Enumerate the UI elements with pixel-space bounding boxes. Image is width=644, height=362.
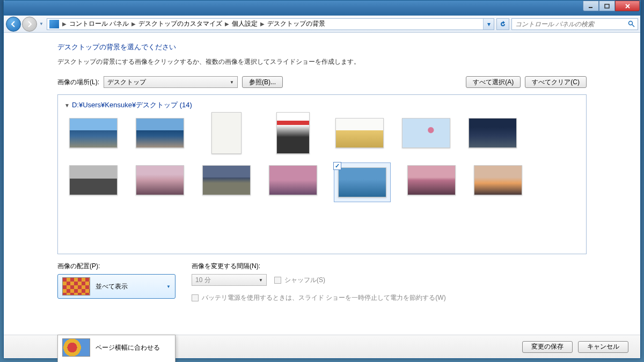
wallpaper-thumb[interactable] xyxy=(472,162,524,198)
position-dropdown-list: ページ横幅に合わせる ページ縦幅に合わせる xyxy=(57,335,175,362)
search-box xyxy=(511,18,638,30)
content-area: デスクトップの背景を選んでください デスクトップの背景にする画像をクリックするか… xyxy=(4,33,640,335)
shuffle-checkbox[interactable] xyxy=(274,277,281,284)
chevron-right-icon: ▶ xyxy=(259,21,266,27)
maximize-button[interactable] xyxy=(599,1,615,11)
wallpaper-thumb[interactable] xyxy=(134,162,186,198)
cancel-button[interactable]: キャンセル xyxy=(578,341,628,353)
chevron-down-icon: ▼ xyxy=(230,80,234,85)
interval-value: 10 分 xyxy=(195,276,211,285)
interval-combo[interactable]: 10 分 ▼ xyxy=(192,274,267,286)
chevron-down-icon: ▼ xyxy=(166,284,171,289)
control-panel-icon xyxy=(49,20,59,28)
browse-button[interactable]: 参照(B)... xyxy=(242,76,283,88)
position-option[interactable]: ページ縦幅に合わせる xyxy=(58,360,175,362)
minimize-button[interactable] xyxy=(583,1,599,11)
shuffle-label: シャッフル(S) xyxy=(284,276,325,285)
svg-rect-0 xyxy=(589,7,592,8)
wallpaper-thumb[interactable] xyxy=(68,162,119,198)
chevron-down-icon: ▼ xyxy=(259,278,263,283)
breadcrumb-item[interactable]: デスクトップのカスタマイズ xyxy=(137,19,224,28)
breadcrumb-item[interactable]: デスクトップの背景 xyxy=(266,19,327,28)
location-combo[interactable]: デスクトップ ▼ xyxy=(104,76,238,88)
wallpaper-thumb[interactable] xyxy=(134,115,186,151)
position-option-icon xyxy=(62,338,90,357)
thumbnail-grid: ✓ xyxy=(64,115,580,202)
address-dropdown[interactable]: ▾ xyxy=(483,19,494,29)
close-button[interactable] xyxy=(615,1,640,11)
svg-point-2 xyxy=(628,21,632,25)
refresh-button[interactable] xyxy=(496,18,509,30)
position-option-label: ページ横幅に合わせる xyxy=(96,343,160,352)
clear-all-button[interactable]: すべてクリア(C) xyxy=(525,76,587,88)
nav-history-dropdown[interactable]: ▼ xyxy=(38,19,45,29)
chevron-right-icon: ▶ xyxy=(61,21,68,27)
wallpaper-thumb[interactable] xyxy=(467,115,518,151)
search-icon[interactable] xyxy=(625,20,638,27)
address-bar[interactable]: ▶ コントロール パネル ▶ デスクトップのカスタマイズ ▶ 個人設定 ▶ デス… xyxy=(47,18,494,30)
battery-row: バッテリ電源を使用するときは、スライド ショーを一時停止して電力を節約する(W) xyxy=(192,293,446,302)
titlebar xyxy=(4,1,640,16)
folder-path: D:¥Users¥Kensuke¥デスクトップ (14) xyxy=(72,100,192,110)
window-buttons xyxy=(583,1,640,11)
battery-label: バッテリ電源を使用するときは、スライド ショーを一時停止して電力を節約する(W) xyxy=(202,293,446,302)
battery-checkbox[interactable] xyxy=(192,294,199,301)
gallery: ▼ D:¥Users¥Kensuke¥デスクトップ (14) ✓ xyxy=(57,94,587,254)
wallpaper-thumb[interactable] xyxy=(267,162,319,198)
nav-forward-button[interactable] xyxy=(22,17,37,32)
wallpaper-thumb[interactable] xyxy=(334,115,385,151)
select-all-button[interactable]: すべて選択(A) xyxy=(466,76,521,88)
wallpaper-thumb[interactable] xyxy=(201,115,252,151)
wallpaper-thumb[interactable] xyxy=(68,115,119,151)
search-input[interactable] xyxy=(512,20,625,28)
location-value: デスクトップ xyxy=(107,78,146,87)
page-description: デスクトップの背景にする画像をクリックするか、複数の画像を選択してスライドショー… xyxy=(57,57,587,67)
breadcrumb-item[interactable]: 個人設定 xyxy=(230,19,259,28)
save-button[interactable]: 変更の保存 xyxy=(522,341,573,353)
location-row: 画像の場所(L): デスクトップ ▼ 参照(B)... すべて選択(A) すべて… xyxy=(57,76,587,88)
settings-row: 画像の配置(P): 並べて表示 ▼ 画像を変更する間隔(N): 10 分 ▼ xyxy=(57,262,587,302)
control-panel-window: ▼ ▶ コントロール パネル ▶ デスクトップのカスタマイズ ▶ 個人設定 ▶ … xyxy=(3,0,641,359)
wallpaper-thumb[interactable] xyxy=(267,115,319,151)
svg-rect-1 xyxy=(605,4,609,8)
wallpaper-thumb-selected[interactable]: ✓ xyxy=(334,162,391,202)
shuffle-row: シャッフル(S) xyxy=(274,276,325,285)
position-value: 並べて表示 xyxy=(96,282,128,291)
navbar: ▼ ▶ コントロール パネル ▶ デスクトップのカスタマイズ ▶ 個人設定 ▶ … xyxy=(4,16,640,33)
wallpaper-thumb[interactable] xyxy=(400,115,452,151)
page-heading: デスクトップの背景を選んでください xyxy=(57,42,587,52)
collapse-icon: ▼ xyxy=(64,102,70,108)
position-option[interactable]: ページ横幅に合わせる xyxy=(58,335,175,360)
wallpaper-thumb[interactable] xyxy=(406,162,457,198)
chevron-right-icon: ▶ xyxy=(130,21,137,27)
nav-back-button[interactable] xyxy=(6,17,21,32)
position-preview-icon xyxy=(62,277,90,295)
svg-line-3 xyxy=(632,25,634,27)
position-combo[interactable]: 並べて表示 ▼ xyxy=(57,274,175,299)
checkbox-checked[interactable]: ✓ xyxy=(333,162,341,170)
location-label: 画像の場所(L): xyxy=(57,78,99,87)
folder-header[interactable]: ▼ D:¥Users¥Kensuke¥デスクトップ (14) xyxy=(64,100,580,110)
breadcrumb-item[interactable]: コントロール パネル xyxy=(68,19,130,28)
chevron-right-icon: ▶ xyxy=(224,21,230,27)
wallpaper-thumb[interactable] xyxy=(201,162,252,198)
position-label: 画像の配置(P): xyxy=(57,262,175,271)
interval-label: 画像を変更する間隔(N): xyxy=(192,262,446,271)
